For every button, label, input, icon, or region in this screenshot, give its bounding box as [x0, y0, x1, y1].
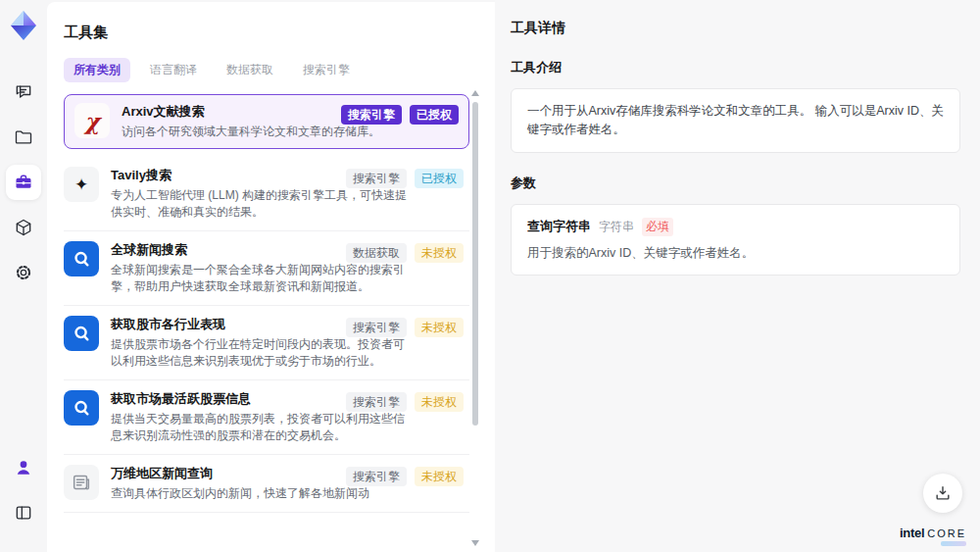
param-name: 查询字符串 [527, 218, 591, 235]
sidebar [0, 0, 47, 552]
auth-status-badge: 未授权 [415, 318, 464, 337]
auth-status-badge: 未授权 [415, 467, 464, 486]
cube-icon [14, 218, 33, 237]
category-badge: 搜索引擎 [346, 318, 407, 337]
auth-status-badge: 未授权 [415, 243, 464, 263]
tool-detail-panel: 工具详情 工具介绍 一个用于从Arxiv存储库搜索科学论文和文章的工具。 输入可… [495, 0, 980, 552]
intro-text: 一个用于从Arxiv存储库搜索科学论文和文章的工具。 输入可以是Arxiv ID… [527, 102, 944, 139]
scrollbar-thumb[interactable] [472, 102, 478, 426]
tool-list: χ Arxiv文献搜索 访问各个研究领域大量科学论文和文章的存储库。 搜索引擎 … [64, 94, 469, 513]
newspaper-icon [64, 465, 99, 500]
chat-icon [14, 82, 33, 102]
intro-section-header: 工具介绍 [511, 59, 960, 76]
intel-core-logo: intel CORE [900, 526, 966, 540]
blue-search-logo-icon [64, 316, 99, 351]
auth-status-badge: 已授权 [415, 169, 464, 188]
sidebar-item-tools[interactable] [6, 165, 41, 200]
tab-search-engine[interactable]: 搜索引擎 [293, 58, 360, 82]
tab-all-categories[interactable]: 所有类别 [64, 58, 130, 82]
category-badge: 搜索引擎 [346, 392, 407, 412]
category-badge: 搜索引擎 [346, 467, 407, 486]
category-badge: 搜索引擎 [341, 105, 402, 125]
arxiv-logo-icon: χ [74, 103, 110, 138]
tab-data-fetch[interactable]: 数据获取 [217, 58, 283, 82]
four-point-star-icon: ✦ [64, 167, 99, 202]
app-window: 工具集 所有类别 语言翻译 数据获取 搜索引擎 χ Arxiv文献搜索 访问各个… [0, 0, 980, 552]
tool-description: 提供当天交易量最高的股票列表，投资者可以利用这些信息来识别流动性强的股票和潜在的… [111, 411, 407, 444]
tool-description: 全球新闻搜索是一个聚合全球各大新闻网站内容的搜索引擎，帮助用户快速获取全球最新资… [111, 262, 407, 295]
tab-language-translation[interactable]: 语言翻译 [140, 58, 207, 82]
page-title: 工具集 [64, 24, 495, 42]
tool-item-global-news[interactable]: 全球新闻搜索 全球新闻搜索是一个聚合全球各大新闻网站内容的搜索引擎，帮助用户快速… [64, 231, 469, 306]
panel-layout-icon [14, 503, 33, 523]
param-type: 字符串 [599, 219, 634, 235]
tool-description: 提供股票市场各个行业在特定时间段内的表现。投资者可以利用这些信息来识别表现优于或… [111, 336, 407, 370]
tool-list-panel: 工具集 所有类别 语言翻译 数据获取 搜索引擎 χ Arxiv文献搜索 访问各个… [47, 2, 495, 552]
settings-icon [14, 263, 33, 282]
intel-wordmark: intel [900, 526, 924, 540]
scroll-down-arrow-icon[interactable] [471, 540, 479, 546]
folder-icon [14, 127, 33, 147]
param-required-badge: 必填 [642, 218, 673, 236]
sidebar-item-files[interactable] [6, 120, 41, 155]
tool-item-regional-news[interactable]: 万维地区新闻查询 查询具体行政区划内的新闻，快速了解各地新闻动 搜索引擎 未授权 [64, 455, 469, 513]
sidebar-item-packages[interactable] [6, 210, 41, 245]
core-wordmark: CORE [927, 527, 966, 539]
sidebar-item-collapse[interactable] [6, 495, 41, 530]
category-badge: 搜索引擎 [346, 169, 407, 188]
download-icon [933, 483, 953, 503]
sidebar-item-account[interactable] [6, 450, 41, 485]
scroll-up-arrow-icon[interactable] [471, 90, 479, 96]
tool-item-active-stocks[interactable]: 获取市场最活跃股票信息 提供当天交易量最高的股票列表，投资者可以利用这些信息来识… [64, 380, 469, 455]
download-button[interactable] [923, 474, 962, 513]
app-logo-icon [9, 10, 38, 41]
core-gradient-bar [941, 541, 966, 546]
sidebar-item-settings[interactable] [6, 255, 41, 290]
param-box: 查询字符串 字符串 必填 用于搜索的Arxiv ID、关键字或作者姓名。 [511, 204, 960, 276]
tool-item-stock-sectors[interactable]: 获取股市各行业表现 提供股票市场各个行业在特定时间段内的表现。投资者可以利用这些… [64, 306, 469, 380]
intro-box: 一个用于从Arxiv存储库搜索科学论文和文章的工具。 输入可以是Arxiv ID… [511, 88, 960, 153]
sidebar-item-chat[interactable] [6, 75, 41, 110]
toolbox-icon [14, 173, 33, 192]
tool-description: 访问各个研究领域大量科学论文和文章的存储库。 [122, 124, 417, 140]
category-badge: 数据获取 [346, 243, 407, 263]
user-icon [14, 458, 33, 477]
list-scrollbar [471, 90, 479, 546]
category-tabs: 所有类别 语言翻译 数据获取 搜索引擎 [64, 58, 495, 82]
tool-item-tavily[interactable]: ✦ Tavily搜索 专为人工智能代理 (LLM) 构建的搜索引擎工具，可快速提… [64, 157, 469, 231]
detail-title: 工具详情 [511, 20, 960, 37]
tool-description: 专为人工智能代理 (LLM) 构建的搜索引擎工具，可快速提供实时、准确和真实的结… [111, 187, 407, 221]
auth-status-badge: 未授权 [415, 392, 464, 412]
tool-item-arxiv[interactable]: χ Arxiv文献搜索 访问各个研究领域大量科学论文和文章的存储库。 搜索引擎 … [64, 94, 469, 149]
param-description: 用于搜索的Arxiv ID、关键字或作者姓名。 [527, 245, 944, 262]
tool-description: 查询具体行政区划内的新闻，快速了解各地新闻动 [111, 485, 407, 502]
auth-status-badge: 已授权 [410, 105, 459, 125]
blue-search-logo-icon [64, 390, 99, 426]
params-section-header: 参数 [511, 175, 960, 192]
blue-search-logo-icon [64, 241, 99, 276]
